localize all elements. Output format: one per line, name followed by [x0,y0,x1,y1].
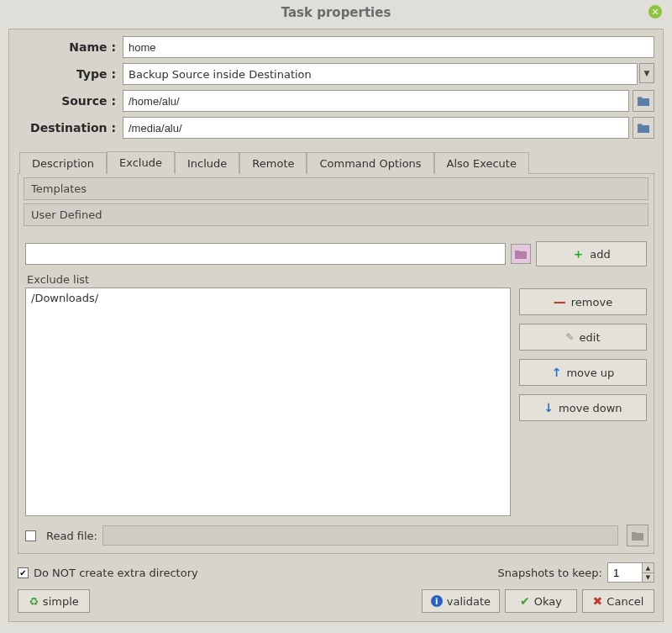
exclude-list-label: Exclude list [27,273,511,286]
type-dropdown[interactable]: Backup Source inside Destination [123,63,638,85]
add-button-label: add [590,248,610,261]
exclude-add-browse-button[interactable] [511,244,531,264]
read-file-row: Read file: [24,525,648,546]
name-input[interactable] [123,36,654,58]
tab-exclude[interactable]: Exclude [107,151,175,174]
tab-description[interactable]: Description [19,152,107,174]
type-row: Type : Backup Source inside Destination … [18,63,654,85]
destination-input[interactable] [123,117,629,139]
check-icon: ✔ [520,594,530,608]
source-label: Source : [18,94,123,108]
okay-label: Okay [534,595,562,608]
snapshots-input[interactable] [608,567,642,579]
info-icon: i [431,595,443,607]
type-label: Type : [18,67,123,81]
exclude-add-input[interactable] [25,243,506,265]
add-row: ＋ add [25,241,647,266]
arrow-down-icon: ↓ [543,401,554,414]
tab-also-execute[interactable]: Also Execute [434,152,529,174]
no-extra-dir-label: Do NOT create extra directory [34,567,198,579]
arrow-up-icon: ↑ [552,366,562,379]
source-input[interactable] [123,90,629,112]
move-down-label: move down [559,402,622,414]
dialog-frame: Name : Type : Backup Source inside Desti… [8,29,664,622]
minus-icon: — [554,294,566,309]
type-value: Backup Source inside Destination [129,68,312,81]
edit-icon: ✎ [565,331,574,343]
remove-button[interactable]: — remove [519,288,647,315]
edit-button[interactable]: ✎ edit [519,324,647,351]
footer-options-row: ✔ Do NOT create extra directory Snapshot… [18,562,654,583]
destination-browse-button[interactable] [633,117,654,139]
simple-button[interactable]: ♻ simple [18,589,90,613]
snapshots-up[interactable]: ▲ [642,563,654,572]
move-up-button[interactable]: ↑ move up [519,359,647,386]
cancel-button[interactable]: ✖ Cancel [582,589,654,613]
exclude-tab-body: Templates User Defined ＋ add Exclude lis… [18,173,654,554]
folder-icon [514,248,528,260]
destination-row: Destination : [18,117,654,139]
cancel-icon: ✖ [593,594,603,608]
tab-include[interactable]: Include [175,152,239,174]
folder-icon [637,95,650,107]
cancel-label: Cancel [606,595,643,608]
destination-label: Destination : [18,121,123,135]
snapshots-label: Snapshots to keep: [497,567,602,579]
read-file-browse-button[interactable] [627,525,648,546]
read-file-checkbox[interactable] [25,530,36,541]
read-file-input[interactable] [102,525,618,546]
simple-label: simple [43,595,79,608]
move-up-label: move up [566,367,614,379]
type-dropdown-button[interactable]: ▼ [639,63,654,83]
validate-button[interactable]: i validate [422,589,500,613]
exclude-list-area: Exclude list /Downloads/ — remove ✎ edit… [25,273,647,516]
plus-icon: ＋ [572,246,585,262]
folder-icon [637,122,650,134]
no-extra-dir-wrap: ✔ Do NOT create extra directory [18,567,198,579]
edit-button-label: edit [580,331,601,344]
tab-command-options[interactable]: Command Options [307,152,433,174]
remove-button-label: remove [571,296,612,309]
name-row: Name : [18,36,654,58]
source-browse-button[interactable] [633,90,654,112]
okay-button[interactable]: ✔ Okay [505,589,577,613]
source-row: Source : [18,90,654,112]
templates-section[interactable]: Templates [24,177,648,200]
no-extra-dir-checkbox[interactable]: ✔ [18,567,29,578]
list-buttons: — remove ✎ edit ↑ move up ↓ move down [519,288,647,516]
recycle-icon: ♻ [29,595,39,608]
tab-bar: Description Exclude Include Remote Comma… [18,150,654,173]
validate-label: validate [447,595,491,608]
add-button[interactable]: ＋ add [536,241,647,266]
read-file-label: Read file: [46,530,97,542]
close-icon[interactable]: ✕ [648,5,662,18]
snapshots-spinner[interactable]: ▲ ▼ [607,562,654,583]
title-bar: Task properties ✕ [0,0,672,25]
folder-icon [631,530,644,541]
window-title: Task properties [281,5,391,20]
name-label: Name : [18,40,123,54]
snapshots-down[interactable]: ▼ [642,572,654,582]
user-defined-section[interactable]: User Defined [24,203,648,226]
tab-remote[interactable]: Remote [239,152,307,174]
footer-buttons-row: ♻ simple i validate ✔ Okay ✖ Cancel [18,589,654,613]
list-item[interactable]: /Downloads/ [31,292,505,304]
snapshots-wrap: Snapshots to keep: ▲ ▼ [497,562,654,583]
exclude-list[interactable]: /Downloads/ [25,287,511,516]
move-down-button[interactable]: ↓ move down [519,394,647,421]
